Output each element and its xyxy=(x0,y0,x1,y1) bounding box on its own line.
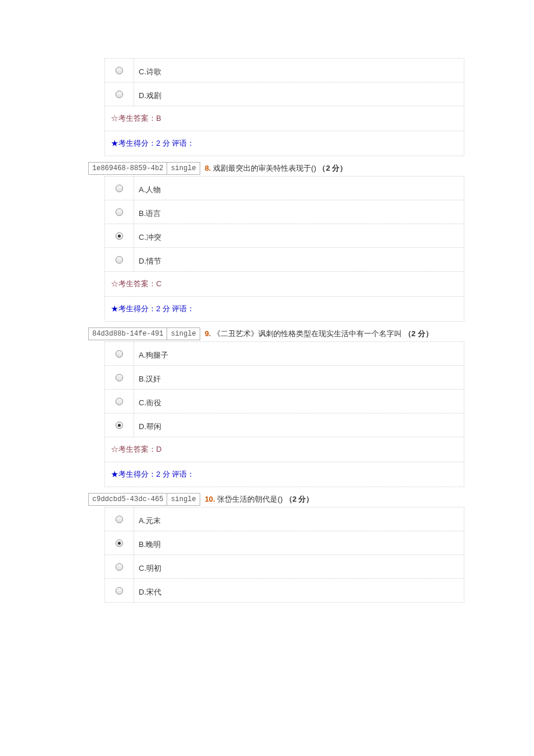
meta-id-box: c9ddcbd5-43dc-465 xyxy=(88,493,167,506)
question-9: 84d3d88b-14fe-491 single 9. 《二丑艺术》讽刺的性格类… xyxy=(0,327,534,487)
option-label: D.宋代 xyxy=(134,579,464,603)
meta-type-box: single xyxy=(167,327,200,340)
option-row[interactable]: C.明初 xyxy=(105,555,464,579)
option-label: A.元末 xyxy=(134,507,464,531)
answer-row: ☆考生答案：C xyxy=(105,272,464,297)
radio-icon[interactable] xyxy=(116,91,123,98)
option-row[interactable]: A.狗腿子 xyxy=(105,342,464,366)
answer-value: C xyxy=(156,279,161,288)
option-row[interactable]: B.汉奸 xyxy=(105,366,464,390)
score-row: ★考生得分：2 分 评语： xyxy=(105,131,464,156)
meta-type-box: single xyxy=(167,162,200,175)
radio-icon[interactable] xyxy=(116,563,123,571)
option-row[interactable]: C.诗歌 xyxy=(105,59,464,82)
meta-row: 1e869468-8859-4b2 single 8. 戏剧最突出的审美特性表现… xyxy=(88,162,534,175)
option-row[interactable]: A.人物 xyxy=(105,177,464,200)
radio-icon[interactable] xyxy=(116,398,123,405)
option-label: D.帮闲 xyxy=(134,413,464,437)
radio-icon[interactable] xyxy=(116,67,123,74)
score-text: ★考生得分：2 分 评语： xyxy=(105,297,464,322)
answer-value: B xyxy=(156,114,161,123)
options-table-q7: C.诗歌 D.戏剧 ☆考生答案：B ★考生得分：2 分 评语： xyxy=(104,58,464,156)
option-label: C.明初 xyxy=(134,555,464,579)
radio-icon-selected[interactable] xyxy=(116,539,123,547)
option-label: C.冲突 xyxy=(134,224,464,248)
radio-icon-selected[interactable] xyxy=(116,422,123,429)
radio-icon[interactable] xyxy=(116,256,123,264)
option-row[interactable]: D.情节 xyxy=(105,248,464,272)
option-label: C.诗歌 xyxy=(134,59,464,82)
options-table-q10: A.元末 B.晚明 C.明初 D.宋代 xyxy=(104,507,464,603)
answer-value: D xyxy=(156,445,161,453)
score-row: ★考生得分：2 分 评语： xyxy=(105,462,464,487)
question-body: 戏剧最突出的审美特性表现于() xyxy=(213,164,316,172)
question-points: （2 分） xyxy=(318,164,347,172)
option-row[interactable]: D.帮闲 xyxy=(105,413,464,437)
question-points: （2 分） xyxy=(404,329,433,338)
radio-icon[interactable] xyxy=(116,208,123,216)
question-number: 9. xyxy=(205,329,211,338)
option-row[interactable]: A.元末 xyxy=(105,507,464,531)
answer-row: ☆考生答案：B xyxy=(105,106,464,131)
score-text: ★考生得分：2 分 评语： xyxy=(105,462,464,487)
option-label: A.人物 xyxy=(134,177,464,200)
option-row[interactable]: D.戏剧 xyxy=(105,82,464,106)
score-row: ★考生得分：2 分 评语： xyxy=(105,297,464,322)
radio-icon[interactable] xyxy=(116,350,123,358)
options-table-q9: A.狗腿子 B.汉奸 C.衙役 D.帮闲 ☆考生答案：D ★考生得分：2 分 评… xyxy=(104,341,464,487)
question-number: 10. xyxy=(205,495,215,503)
option-label: B.汉奸 xyxy=(134,366,464,390)
radio-icon-selected[interactable] xyxy=(116,232,123,240)
question-text: 8. 戏剧最突出的审美特性表现于() （2 分） xyxy=(205,163,348,175)
question-body: 《二丑艺术》讽刺的性格类型在现实生活中有一个名字叫 xyxy=(213,329,402,338)
option-label: D.戏剧 xyxy=(134,82,464,106)
question-8: 1e869468-8859-4b2 single 8. 戏剧最突出的审美特性表现… xyxy=(0,162,534,322)
option-row[interactable]: C.冲突 xyxy=(105,224,464,248)
question-text: 10. 张岱生活的朝代是() （2 分） xyxy=(205,494,314,506)
radio-icon[interactable] xyxy=(116,587,123,595)
answer-row: ☆考生答案：D xyxy=(105,437,464,462)
option-label: A.狗腿子 xyxy=(134,342,464,366)
radio-icon[interactable] xyxy=(116,185,123,192)
option-label: B.晚明 xyxy=(134,531,464,555)
meta-row: 84d3d88b-14fe-491 single 9. 《二丑艺术》讽刺的性格类… xyxy=(88,327,534,340)
answer-label: ☆考生答案： xyxy=(111,445,156,453)
question-10: c9ddcbd5-43dc-465 single 10. 张岱生活的朝代是() … xyxy=(0,493,534,603)
option-label: C.衙役 xyxy=(134,390,464,413)
option-row[interactable]: D.宋代 xyxy=(105,579,464,603)
answer-label: ☆考生答案： xyxy=(111,114,156,123)
meta-type-box: single xyxy=(167,493,200,506)
options-table-q8: A.人物 B.语言 C.冲突 D.情节 ☆考生答案：C ★考生得分：2 分 评语… xyxy=(104,176,464,322)
question-points: （2 分） xyxy=(285,495,314,503)
radio-icon[interactable] xyxy=(116,374,123,381)
question-7-tail: C.诗歌 D.戏剧 ☆考生答案：B ★考生得分：2 分 评语： xyxy=(0,58,534,156)
question-text: 9. 《二丑艺术》讽刺的性格类型在现实生活中有一个名字叫 （2 分） xyxy=(205,329,433,340)
radio-icon[interactable] xyxy=(116,516,123,523)
answer-label: ☆考生答案： xyxy=(111,279,156,288)
option-row[interactable]: B.晚明 xyxy=(105,531,464,555)
question-body: 张岱生活的朝代是() xyxy=(217,495,283,503)
option-row[interactable]: B.语言 xyxy=(105,200,464,224)
option-row[interactable]: C.衙役 xyxy=(105,390,464,413)
meta-id-box: 1e869468-8859-4b2 xyxy=(88,162,167,175)
meta-row: c9ddcbd5-43dc-465 single 10. 张岱生活的朝代是() … xyxy=(88,493,534,506)
score-text: ★考生得分：2 分 评语： xyxy=(105,131,464,156)
option-label: B.语言 xyxy=(134,200,464,224)
option-label: D.情节 xyxy=(134,248,464,272)
question-number: 8. xyxy=(205,164,211,172)
meta-id-box: 84d3d88b-14fe-491 xyxy=(88,327,167,340)
